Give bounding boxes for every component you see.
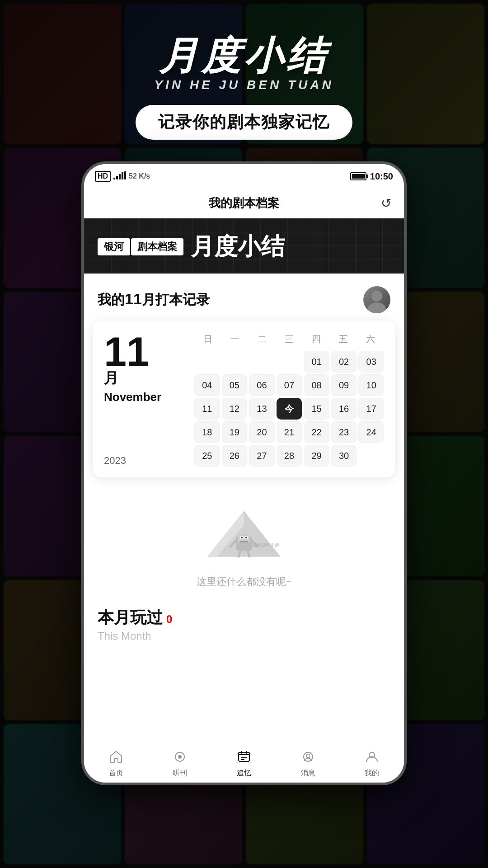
calendar-day[interactable]: 16 xyxy=(331,398,357,420)
subtitle-latin: YIN HE JU BEN TUAN xyxy=(154,78,333,92)
svg-rect-1 xyxy=(116,176,118,179)
nav-item-message[interactable]: 消息 xyxy=(298,747,318,778)
calendar-day[interactable]: 25 xyxy=(194,445,220,467)
weekday-label: 日 xyxy=(194,331,221,347)
calendar-day[interactable]: 06 xyxy=(249,374,275,396)
spacer xyxy=(84,650,404,695)
calendar-day xyxy=(249,351,275,373)
status-right: 10:50 xyxy=(350,171,393,182)
bottom-nav: 首页 听刊 xyxy=(84,742,404,783)
network-label: HD xyxy=(95,171,111,182)
signal-icon xyxy=(113,171,126,182)
phone-content-area: 我的11月打本记录 11 xyxy=(84,274,404,783)
calendar-day[interactable]: 09 xyxy=(331,374,357,396)
phone-scrollable[interactable]: 我的11月打本记录 11 xyxy=(84,274,404,783)
calendar-day[interactable]: 11 xyxy=(194,398,220,420)
main-content: 月度小结 YIN HE JU BEN TUAN 记录你的剧本独家记忆 HD xyxy=(0,0,488,868)
calendar-day[interactable]: 13 xyxy=(249,398,275,420)
calendar-day[interactable]: 07 xyxy=(277,374,302,396)
empty-text: 这里还什么都没有呢~ xyxy=(197,575,292,589)
phone-nav: 我的剧本档案 ↺ xyxy=(84,189,404,218)
phone-inner: HD 52 K/s xyxy=(84,164,404,783)
calendar-day[interactable]: 08 xyxy=(304,374,329,396)
calendar-day[interactable]: 23 xyxy=(331,421,357,443)
battery-icon xyxy=(350,172,366,180)
nav-label-message: 消息 xyxy=(301,769,315,778)
this-month-en-label: This Month xyxy=(98,630,390,642)
calendar-day[interactable]: 24 xyxy=(358,421,384,443)
record-title: 我的11月打本记录 xyxy=(98,290,210,309)
svg-point-6 xyxy=(368,302,386,313)
this-month-title: 本月玩过 0 xyxy=(98,607,390,629)
calendar-day[interactable]: 29 xyxy=(304,445,329,467)
tagline-box: 记录你的剧本独家记忆 xyxy=(136,105,352,140)
calendar-day xyxy=(222,351,248,373)
calendar-day[interactable]: 27 xyxy=(249,445,275,467)
weekday-label: 四 xyxy=(303,331,330,347)
svg-rect-2 xyxy=(119,174,121,179)
calendar-day[interactable]: 17 xyxy=(358,398,384,420)
calendar-day[interactable]: 18 xyxy=(194,421,220,443)
svg-rect-25 xyxy=(241,751,242,754)
calendar-weekdays: 日一二三四五六 xyxy=(194,331,384,347)
record-month-num: 11 xyxy=(125,290,142,307)
calendar-day[interactable]: 04 xyxy=(194,374,220,396)
weekday-label: 五 xyxy=(330,331,357,347)
calendar-day[interactable]: 今 xyxy=(277,398,302,420)
svg-point-5 xyxy=(371,291,382,302)
svg-rect-27 xyxy=(241,757,247,758)
empty-state: 银河剧本手册 这里还什么都没有呢~ xyxy=(84,477,404,598)
calendar-day[interactable]: 12 xyxy=(222,398,248,420)
calendar-day[interactable]: 28 xyxy=(277,445,302,467)
calendar-day[interactable]: 19 xyxy=(222,421,248,443)
user-avatar[interactable] xyxy=(363,286,390,313)
calendar-day[interactable]: 10 xyxy=(358,374,384,396)
time-display: 10:50 xyxy=(370,171,393,182)
svg-rect-4 xyxy=(124,171,126,179)
calendar-day[interactable]: 02 xyxy=(331,351,357,373)
weekday-label: 二 xyxy=(249,331,276,347)
calendar-day[interactable]: 03 xyxy=(358,351,384,373)
record-header: 我的11月打本记录 xyxy=(84,274,404,321)
calendar-right: 日一二三四五六 01020304050607080910111213今15161… xyxy=(194,331,384,467)
nav-item-listen[interactable]: 听刊 xyxy=(170,747,190,778)
svg-rect-28 xyxy=(241,759,244,760)
calendar-month-name: November xyxy=(104,390,194,404)
calendar-year: 2023 xyxy=(104,455,194,467)
record-title-suffix: 月打本记录 xyxy=(142,292,210,307)
nav-item-home[interactable]: 首页 xyxy=(106,747,126,778)
calendar-left: 11 月 November 2023 xyxy=(104,331,194,467)
svg-rect-16 xyxy=(239,541,249,542)
calendar-month-number: 11 xyxy=(104,331,194,372)
banner-tags: 银河 剧本档案 月度小结 xyxy=(98,231,390,263)
banner-main-title: 月度小结 xyxy=(191,231,285,263)
calendar-day[interactable]: 20 xyxy=(249,421,275,443)
calendar-day[interactable]: 26 xyxy=(222,445,248,467)
memory-icon xyxy=(234,747,254,767)
calendar-day[interactable]: 30 xyxy=(331,445,357,467)
calendar-days: 01020304050607080910111213今1516171819202… xyxy=(194,351,384,467)
status-left: HD 52 K/s xyxy=(95,171,150,182)
refresh-icon[interactable]: ↺ xyxy=(381,196,391,211)
weekday-label: 一 xyxy=(221,331,249,347)
nav-item-memory[interactable]: 追忆 xyxy=(234,747,254,778)
svg-text:银河剧本手册: 银河剧本手册 xyxy=(252,542,279,547)
svg-point-23 xyxy=(178,755,182,759)
calendar-day[interactable]: 22 xyxy=(304,421,329,443)
calendar-day[interactable]: 05 xyxy=(222,374,248,396)
message-icon xyxy=(298,747,318,767)
weekday-label: 六 xyxy=(357,331,384,347)
tag-yinhe: 银河 xyxy=(98,238,130,255)
dark-banner: 银河 剧本档案 月度小结 xyxy=(84,218,404,274)
phone-nav-title: 我的剧本档案 xyxy=(209,195,279,211)
svg-point-14 xyxy=(241,537,243,538)
calendar-day[interactable]: 01 xyxy=(304,351,329,373)
tent-illustration: 银河剧本手册 xyxy=(199,498,289,566)
header-area: 月度小结 YIN HE JU BEN TUAN 记录你的剧本独家记忆 xyxy=(0,0,488,140)
nav-item-mine[interactable]: 我的 xyxy=(362,747,382,778)
weekday-label: 三 xyxy=(276,331,303,347)
calendar-day[interactable]: 21 xyxy=(277,421,302,443)
calendar-day xyxy=(194,351,220,373)
this-month-section: 本月玩过 0 This Month xyxy=(84,598,404,650)
calendar-day[interactable]: 15 xyxy=(304,398,329,420)
